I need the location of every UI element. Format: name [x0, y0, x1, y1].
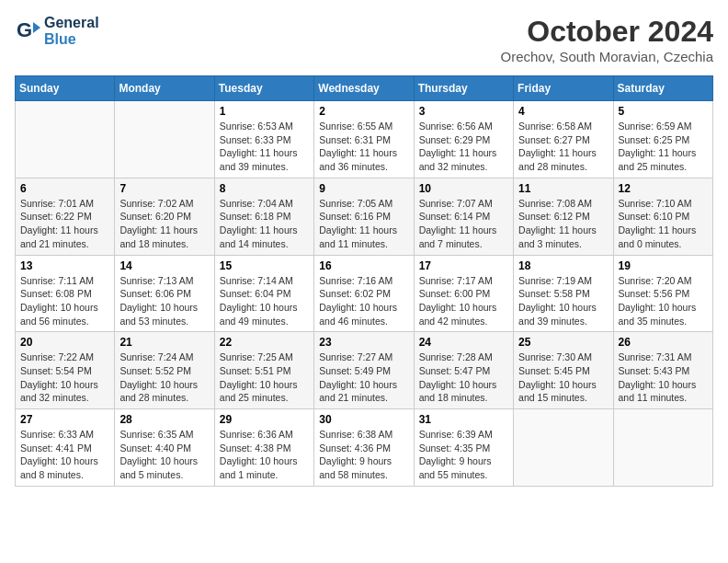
day-number: 26 — [619, 336, 708, 349]
day-info: Sunrise: 6:53 AM Sunset: 6:33 PM Dayligh… — [220, 120, 309, 174]
day-info: Sunrise: 7:28 AM Sunset: 5:47 PM Dayligh… — [419, 350, 508, 405]
calendar-cell: 23Sunrise: 7:27 AM Sunset: 5:49 PM Dayli… — [314, 332, 414, 409]
calendar-cell: 15Sunrise: 7:14 AM Sunset: 6:04 PM Dayli… — [214, 255, 313, 332]
day-info: Sunrise: 7:13 AM Sunset: 6:06 PM Dayligh… — [119, 274, 209, 328]
calendar-cell: 13Sunrise: 7:11 AM Sunset: 6:08 PM Dayli… — [16, 255, 115, 332]
weekday-header-row: SundayMondayTuesdayWednesdayThursdayFrid… — [16, 76, 713, 101]
svg-text:G: G — [17, 18, 32, 41]
calendar-cell: 25Sunrise: 7:30 AM Sunset: 5:45 PM Dayli… — [514, 332, 613, 409]
day-info: Sunrise: 7:31 AM Sunset: 5:43 PM Dayligh… — [619, 350, 708, 405]
day-number: 14 — [119, 259, 209, 272]
calendar-cell: 7Sunrise: 7:02 AM Sunset: 6:20 PM Daylig… — [115, 178, 214, 255]
day-info: Sunrise: 6:39 AM Sunset: 4:35 PM Dayligh… — [419, 428, 508, 482]
day-number: 15 — [220, 259, 309, 272]
day-number: 3 — [419, 105, 508, 118]
day-info: Sunrise: 6:36 AM Sunset: 4:38 PM Dayligh… — [220, 428, 309, 482]
day-number: 1 — [220, 105, 309, 118]
day-info: Sunrise: 7:20 AM Sunset: 5:56 PM Dayligh… — [619, 274, 708, 328]
calendar-week-1: 1Sunrise: 6:53 AM Sunset: 6:33 PM Daylig… — [16, 101, 713, 178]
weekday-header-wednesday: Wednesday — [314, 76, 414, 101]
day-number: 20 — [20, 336, 109, 349]
calendar-cell: 18Sunrise: 7:19 AM Sunset: 5:58 PM Dayli… — [514, 255, 613, 332]
svg-marker-1 — [33, 22, 40, 33]
day-info: Sunrise: 7:25 AM Sunset: 5:51 PM Dayligh… — [220, 350, 309, 405]
calendar-cell: 12Sunrise: 7:10 AM Sunset: 6:10 PM Dayli… — [613, 178, 712, 255]
day-number: 11 — [518, 182, 608, 195]
calendar-cell — [115, 101, 214, 178]
day-info: Sunrise: 7:14 AM Sunset: 6:04 PM Dayligh… — [220, 274, 309, 328]
day-info: Sunrise: 7:27 AM Sunset: 5:49 PM Dayligh… — [319, 350, 408, 405]
calendar-cell: 3Sunrise: 6:56 AM Sunset: 6:29 PM Daylig… — [414, 101, 513, 178]
day-info: Sunrise: 7:02 AM Sunset: 6:20 PM Dayligh… — [119, 197, 209, 251]
day-number: 29 — [220, 413, 309, 426]
day-info: Sunrise: 6:59 AM Sunset: 6:25 PM Dayligh… — [619, 120, 708, 174]
title-block: October 2024 Orechov, South Moravian, Cz… — [501, 15, 714, 64]
day-info: Sunrise: 7:07 AM Sunset: 6:14 PM Dayligh… — [419, 197, 508, 251]
day-info: Sunrise: 6:58 AM Sunset: 6:27 PM Dayligh… — [518, 120, 608, 174]
weekday-header-saturday: Saturday — [613, 76, 712, 101]
calendar-cell: 24Sunrise: 7:28 AM Sunset: 5:47 PM Dayli… — [414, 332, 513, 409]
day-number: 7 — [119, 182, 209, 195]
day-info: Sunrise: 6:33 AM Sunset: 4:41 PM Dayligh… — [20, 428, 109, 482]
weekday-header-friday: Friday — [514, 76, 613, 101]
day-number: 6 — [20, 182, 109, 195]
calendar-cell: 26Sunrise: 7:31 AM Sunset: 5:43 PM Dayli… — [613, 332, 712, 409]
day-info: Sunrise: 7:16 AM Sunset: 6:02 PM Dayligh… — [319, 274, 408, 328]
day-number: 19 — [619, 259, 708, 272]
calendar-cell: 16Sunrise: 7:16 AM Sunset: 6:02 PM Dayli… — [314, 255, 414, 332]
day-info: Sunrise: 6:35 AM Sunset: 4:40 PM Dayligh… — [119, 428, 209, 482]
day-number: 4 — [518, 105, 608, 118]
calendar-cell: 10Sunrise: 7:07 AM Sunset: 6:14 PM Dayli… — [414, 178, 513, 255]
day-info: Sunrise: 7:11 AM Sunset: 6:08 PM Dayligh… — [20, 274, 109, 328]
page-header: G General Blue October 2024 Orechov, Sou… — [15, 15, 713, 64]
day-info: Sunrise: 7:19 AM Sunset: 5:58 PM Dayligh… — [518, 274, 608, 328]
calendar-cell: 4Sunrise: 6:58 AM Sunset: 6:27 PM Daylig… — [514, 101, 613, 178]
day-number: 22 — [220, 336, 309, 349]
calendar-cell: 22Sunrise: 7:25 AM Sunset: 5:51 PM Dayli… — [214, 332, 313, 409]
day-info: Sunrise: 6:56 AM Sunset: 6:29 PM Dayligh… — [419, 120, 508, 174]
day-number: 31 — [419, 413, 508, 426]
day-number: 28 — [119, 413, 209, 426]
calendar-cell: 14Sunrise: 7:13 AM Sunset: 6:06 PM Dayli… — [115, 255, 214, 332]
logo-line1: General — [44, 15, 99, 31]
calendar-cell: 8Sunrise: 7:04 AM Sunset: 6:18 PM Daylig… — [214, 178, 313, 255]
calendar-cell: 29Sunrise: 6:36 AM Sunset: 4:38 PM Dayli… — [214, 409, 313, 487]
day-info: Sunrise: 7:10 AM Sunset: 6:10 PM Dayligh… — [619, 197, 708, 251]
calendar-week-3: 13Sunrise: 7:11 AM Sunset: 6:08 PM Dayli… — [16, 255, 713, 332]
calendar-week-2: 6Sunrise: 7:01 AM Sunset: 6:22 PM Daylig… — [16, 178, 713, 255]
day-number: 16 — [319, 259, 408, 272]
calendar-cell: 2Sunrise: 6:55 AM Sunset: 6:31 PM Daylig… — [314, 101, 414, 178]
day-number: 24 — [419, 336, 508, 349]
day-info: Sunrise: 7:08 AM Sunset: 6:12 PM Dayligh… — [518, 197, 608, 251]
month-title: October 2024 — [501, 15, 714, 49]
calendar-cell: 28Sunrise: 6:35 AM Sunset: 4:40 PM Dayli… — [115, 409, 214, 487]
logo-icon: G — [15, 18, 40, 44]
day-number: 13 — [20, 259, 109, 272]
day-number: 27 — [20, 413, 109, 426]
calendar-cell: 20Sunrise: 7:22 AM Sunset: 5:54 PM Dayli… — [16, 332, 115, 409]
day-number: 17 — [419, 259, 508, 272]
calendar-cell — [613, 409, 712, 487]
weekday-header-monday: Monday — [115, 76, 214, 101]
calendar-week-4: 20Sunrise: 7:22 AM Sunset: 5:54 PM Dayli… — [16, 332, 713, 409]
day-number: 18 — [518, 259, 608, 272]
calendar-cell: 1Sunrise: 6:53 AM Sunset: 6:33 PM Daylig… — [214, 101, 313, 178]
calendar-cell: 30Sunrise: 6:38 AM Sunset: 4:36 PM Dayli… — [314, 409, 414, 487]
day-number: 23 — [319, 336, 408, 349]
day-info: Sunrise: 7:22 AM Sunset: 5:54 PM Dayligh… — [20, 350, 109, 405]
calendar-cell: 17Sunrise: 7:17 AM Sunset: 6:00 PM Dayli… — [414, 255, 513, 332]
calendar-cell: 19Sunrise: 7:20 AM Sunset: 5:56 PM Dayli… — [613, 255, 712, 332]
calendar-cell: 21Sunrise: 7:24 AM Sunset: 5:52 PM Dayli… — [115, 332, 214, 409]
day-number: 10 — [419, 182, 508, 195]
calendar-cell — [16, 101, 115, 178]
day-info: Sunrise: 6:55 AM Sunset: 6:31 PM Dayligh… — [319, 120, 408, 174]
calendar-cell — [514, 409, 613, 487]
day-info: Sunrise: 7:04 AM Sunset: 6:18 PM Dayligh… — [220, 197, 309, 251]
logo-line2: Blue — [44, 31, 99, 48]
calendar-cell: 27Sunrise: 6:33 AM Sunset: 4:41 PM Dayli… — [16, 409, 115, 487]
day-info: Sunrise: 7:24 AM Sunset: 5:52 PM Dayligh… — [119, 350, 209, 405]
calendar: SundayMondayTuesdayWednesdayThursdayFrid… — [15, 75, 713, 487]
day-info: Sunrise: 7:01 AM Sunset: 6:22 PM Dayligh… — [20, 197, 109, 251]
calendar-cell: 11Sunrise: 7:08 AM Sunset: 6:12 PM Dayli… — [514, 178, 613, 255]
day-number: 2 — [319, 105, 408, 118]
